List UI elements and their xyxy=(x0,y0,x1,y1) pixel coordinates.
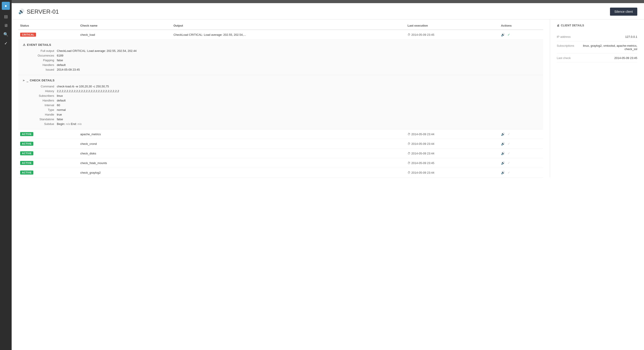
sidebar-item-dashboard[interactable]: ▤ xyxy=(2,12,10,20)
resolve-icon-0[interactable]: ✓ xyxy=(508,132,510,136)
speaker-icon: 🔊 xyxy=(18,9,24,14)
mute-icon-3[interactable]: 🔊 xyxy=(501,161,505,165)
occurrences-label: Occurrences xyxy=(23,54,54,57)
mute-icon-1[interactable]: 🔊 xyxy=(501,142,505,146)
mute-icon-4[interactable]: 🔊 xyxy=(501,171,505,174)
main-column: Status Check name Output Last execution … xyxy=(12,19,550,177)
active-execution-3: ⏱ 2014-05-09 23:45 xyxy=(406,158,499,168)
resolve-icon-2[interactable]: ✓ xyxy=(508,152,510,155)
critical-actions: 🔊 ✓ xyxy=(499,30,543,39)
table-row[interactable]: ACTIVE check_fstab_mounts ⏱ 2014-05-09 2… xyxy=(18,158,543,168)
active-output-4 xyxy=(172,168,406,177)
command-label: Command xyxy=(23,85,54,88)
active-actions-2: 🔊 ✓ xyxy=(499,149,543,158)
event-details-header: ⚠ EVENT DETAILS xyxy=(23,43,538,46)
active-check-name-1: check_crond xyxy=(78,139,172,149)
active-badge-0: ACTIVE xyxy=(20,132,33,136)
terminal-icon: > _ xyxy=(23,79,28,82)
mute-icon-0[interactable]: 🔊 xyxy=(501,132,505,136)
type-value: normal xyxy=(57,108,538,112)
logo-icon: ● xyxy=(5,3,7,8)
subscribers-label: Subscribers xyxy=(23,94,54,97)
printer-icon: 🖨 xyxy=(557,24,560,27)
mute-icon-2[interactable]: 🔊 xyxy=(501,152,505,155)
critical-time: 2014-05-09 23:45 xyxy=(411,33,434,36)
subdue-begin: n/a xyxy=(66,122,70,126)
col-check-name: Check name xyxy=(78,22,172,30)
flapping-label: Flapping xyxy=(23,59,54,62)
resolve-icon[interactable]: ✓ xyxy=(508,33,510,36)
critical-last-execution: ⏱ 2014-05-09 23:45 xyxy=(406,30,499,39)
last-check-label: Last check xyxy=(557,56,570,60)
active-execution-2: ⏱ 2014-05-09 23:44 xyxy=(406,149,499,158)
search-icon: 🔍 xyxy=(3,32,8,37)
check-details-section: > _ CHECK DETAILS Command check-load.rb … xyxy=(18,75,543,129)
table-row[interactable]: ACTIVE check_graylog2 ⏱ 2014-05-09 23:44 xyxy=(18,168,543,177)
active-badge-3: ACTIVE xyxy=(20,161,33,165)
resolve-icon-1[interactable]: ✓ xyxy=(508,142,510,146)
active-status-2: ACTIVE xyxy=(18,149,78,158)
subdue-label: Subdue xyxy=(23,122,54,126)
resolve-icon-3[interactable]: ✓ xyxy=(508,161,510,165)
silence-client-button[interactable]: Silence client xyxy=(610,7,638,16)
handlers-value: default xyxy=(57,63,538,67)
server-name: SERVER-01 xyxy=(27,8,59,15)
clock-icon: ⏱ xyxy=(408,171,410,174)
active-actions-4: 🔊 ✓ xyxy=(499,168,543,177)
active-check-name-2: check_disks xyxy=(78,149,172,158)
active-execution-0: ⏱ 2014-05-09 23:44 xyxy=(406,129,499,139)
active-execution-4: ⏱ 2014-05-09 23:44 xyxy=(406,168,499,177)
ip-label: IP address xyxy=(557,35,570,38)
active-output-1 xyxy=(172,139,406,149)
mute-icon[interactable]: 🔊 xyxy=(501,33,505,36)
flapping-value: false xyxy=(57,59,538,62)
client-lastcheck-row: Last check 2014-05-09 23:45 xyxy=(557,54,637,63)
handlers-label: Handlers xyxy=(23,63,54,67)
table-row[interactable]: ACTIVE check_disks ⏱ 2014-05-09 23:44 xyxy=(18,149,543,158)
check-details-header: > _ CHECK DETAILS xyxy=(23,79,538,82)
issued-value: 2014-05-09 23:45 xyxy=(57,68,538,71)
check-details-title: CHECK DETAILS xyxy=(30,79,54,82)
full-output-label: Full output xyxy=(23,49,54,52)
active-status-4: ACTIVE xyxy=(18,168,78,177)
clock-icon: ⏱ xyxy=(408,33,410,36)
client-subscriptions-row: Subscriptions linux, graylog2, vmtoolsd,… xyxy=(557,41,637,54)
col-actions: Actions xyxy=(499,22,543,30)
last-check-value: 2014-05-09 23:45 xyxy=(614,56,637,60)
subscriptions-label: Subscriptions xyxy=(557,44,574,47)
active-badge-2: ACTIVE xyxy=(20,151,33,155)
sidebar-logo[interactable]: ● xyxy=(2,2,10,10)
resolve-icon-4[interactable]: ✓ xyxy=(508,171,510,174)
page-title: 🔊 SERVER-01 xyxy=(18,8,59,15)
active-check-name-3: check_fstab_mounts xyxy=(78,158,172,168)
subdue-end: n/a xyxy=(78,122,82,126)
main-wrapper: 🔊 SERVER-01 Silence client Status Check … xyxy=(12,0,644,350)
active-status-0: ACTIVE xyxy=(18,129,78,139)
type-label: Type xyxy=(23,108,54,112)
active-actions-0: 🔊 ✓ xyxy=(499,129,543,139)
history-value: 2,2,2,2,2,2,2,2,2,2,2,2,2,2,2,2,2,2,2,2,… xyxy=(57,89,538,93)
subscriptions-value: linux, graylog2, vmtoolsd, apache-metric… xyxy=(579,44,637,51)
active-status-3: ACTIVE xyxy=(18,158,78,168)
event-details-grid: Full output CheckLoad CRITICAL: Load ave… xyxy=(23,49,538,71)
event-details-cell: ⚠ EVENT DETAILS Full output CheckLoad CR… xyxy=(18,39,543,129)
sidebar-item-search[interactable]: 🔍 xyxy=(2,30,10,38)
client-ip-row: IP address 127.0.0.1 xyxy=(557,32,637,41)
active-badge-4: ACTIVE xyxy=(20,171,33,175)
table-row-critical[interactable]: CRITICAL check_load CheckLoad CRITICAL: … xyxy=(18,30,543,39)
active-actions-3: 🔊 ✓ xyxy=(499,158,543,168)
sidebar-item-clients[interactable]: 🖥 xyxy=(2,21,10,29)
critical-output: CheckLoad CRITICAL: Load average: 202.55… xyxy=(172,30,406,39)
clock-icon: ⏱ xyxy=(408,161,410,165)
active-output-0 xyxy=(172,129,406,139)
table-row[interactable]: ACTIVE apache_metrics ⏱ 2014-05-09 23:44 xyxy=(18,129,543,139)
client-details-panel: 🖨 CLIENT DETAILS IP address 127.0.0.1 Su… xyxy=(550,19,644,177)
check-handlers-value: default xyxy=(57,99,538,102)
content-area: 🔊 SERVER-01 Silence client Status Check … xyxy=(12,3,644,350)
sidebar-item-checks[interactable]: ✓ xyxy=(2,39,10,47)
check-handlers-label: Handlers xyxy=(23,99,54,102)
table-row[interactable]: ACTIVE check_crond ⏱ 2014-05-09 23:44 xyxy=(18,139,543,149)
warning-icon: ⚠ xyxy=(23,43,26,46)
page-header: 🔊 SERVER-01 Silence client xyxy=(12,3,644,19)
active-status-1: ACTIVE xyxy=(18,139,78,149)
